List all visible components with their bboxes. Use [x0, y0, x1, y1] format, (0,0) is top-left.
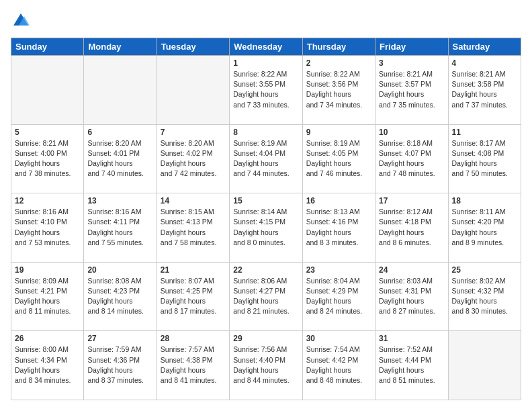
- calendar-cell: [84, 56, 157, 125]
- cell-info: Sunrise: 8:12 AM Sunset: 4:18 PM Dayligh…: [379, 207, 444, 248]
- cell-info: Sunrise: 7:56 AM Sunset: 4:40 PM Dayligh…: [233, 345, 298, 385]
- cell-info: Sunrise: 8:21 AM Sunset: 3:57 PM Dayligh…: [379, 69, 444, 110]
- cell-info: Sunrise: 8:08 AM Sunset: 4:23 PM Dayligh…: [87, 276, 152, 317]
- calendar-cell: 21 Sunrise: 8:07 AM Sunset: 4:25 PM Dayl…: [157, 262, 229, 331]
- header-row: SundayMondayTuesdayWednesdayThursdayFrid…: [11, 38, 521, 56]
- week-row-3: 19 Sunrise: 8:09 AM Sunset: 4:21 PM Dayl…: [11, 262, 521, 331]
- cell-info: Sunrise: 8:21 AM Sunset: 4:00 PM Dayligh…: [15, 138, 80, 179]
- cell-day-number: 30: [306, 334, 371, 343]
- cell-day-number: 25: [452, 265, 517, 275]
- calendar-cell: 25 Sunrise: 8:02 AM Sunset: 4:32 PM Dayl…: [448, 262, 521, 331]
- cell-info: Sunrise: 8:02 AM Sunset: 4:32 PM Dayligh…: [452, 276, 517, 317]
- cell-day-number: 16: [306, 196, 371, 205]
- cell-info: Sunrise: 8:00 AM Sunset: 4:34 PM Dayligh…: [15, 345, 80, 385]
- calendar-cell: 20 Sunrise: 8:08 AM Sunset: 4:23 PM Dayl…: [84, 262, 157, 331]
- cell-day-number: 1: [233, 58, 298, 68]
- cell-info: Sunrise: 7:52 AM Sunset: 4:44 PM Dayligh…: [379, 345, 444, 385]
- cell-info: Sunrise: 7:57 AM Sunset: 4:38 PM Dayligh…: [161, 345, 226, 385]
- calendar-cell: 22 Sunrise: 8:06 AM Sunset: 4:27 PM Dayl…: [230, 262, 302, 331]
- calendar-header: SundayMondayTuesdayWednesdayThursdayFrid…: [11, 38, 521, 56]
- day-header-sunday: Sunday: [11, 38, 84, 56]
- cell-info: Sunrise: 8:16 AM Sunset: 4:10 PM Dayligh…: [15, 207, 80, 248]
- calendar-cell: 24 Sunrise: 8:03 AM Sunset: 4:31 PM Dayl…: [375, 262, 448, 331]
- cell-day-number: 3: [379, 58, 444, 68]
- calendar-body: 1 Sunrise: 8:22 AM Sunset: 3:55 PM Dayli…: [11, 56, 521, 400]
- cell-day-number: 22: [233, 265, 298, 275]
- cell-info: Sunrise: 8:06 AM Sunset: 4:27 PM Dayligh…: [233, 276, 298, 317]
- calendar-cell: 26 Sunrise: 8:00 AM Sunset: 4:34 PM Dayl…: [11, 331, 84, 400]
- day-header-tuesday: Tuesday: [157, 38, 229, 56]
- cell-info: Sunrise: 8:07 AM Sunset: 4:25 PM Dayligh…: [161, 276, 226, 317]
- calendar-cell: 15 Sunrise: 8:14 AM Sunset: 4:15 PM Dayl…: [230, 193, 302, 263]
- calendar-cell: 1 Sunrise: 8:22 AM Sunset: 3:55 PM Dayli…: [230, 56, 302, 125]
- calendar-cell: 31 Sunrise: 7:52 AM Sunset: 4:44 PM Dayl…: [375, 331, 448, 400]
- week-row-1: 5 Sunrise: 8:21 AM Sunset: 4:00 PM Dayli…: [11, 124, 521, 193]
- calendar-cell: 2 Sunrise: 8:22 AM Sunset: 3:56 PM Dayli…: [302, 56, 375, 125]
- cell-day-number: 28: [161, 334, 226, 343]
- calendar-cell: [448, 331, 521, 400]
- cell-info: Sunrise: 8:19 AM Sunset: 4:05 PM Dayligh…: [306, 138, 371, 179]
- calendar-cell: 18 Sunrise: 8:11 AM Sunset: 4:20 PM Dayl…: [448, 193, 521, 263]
- day-header-saturday: Saturday: [448, 38, 521, 56]
- day-header-thursday: Thursday: [302, 38, 375, 56]
- cell-info: Sunrise: 7:54 AM Sunset: 4:42 PM Dayligh…: [306, 345, 371, 385]
- week-row-4: 26 Sunrise: 8:00 AM Sunset: 4:34 PM Dayl…: [11, 331, 521, 400]
- cell-day-number: 24: [379, 265, 444, 275]
- cell-info: Sunrise: 8:18 AM Sunset: 4:07 PM Dayligh…: [379, 138, 444, 179]
- cell-day-number: 6: [87, 128, 152, 137]
- cell-info: Sunrise: 8:16 AM Sunset: 4:11 PM Dayligh…: [87, 207, 152, 248]
- day-header-friday: Friday: [375, 38, 448, 56]
- calendar-cell: 17 Sunrise: 8:12 AM Sunset: 4:18 PM Dayl…: [375, 193, 448, 263]
- page: SundayMondayTuesdayWednesdayThursdayFrid…: [0, 0, 532, 411]
- calendar-cell: 8 Sunrise: 8:19 AM Sunset: 4:04 PM Dayli…: [230, 124, 302, 193]
- cell-day-number: 12: [15, 196, 80, 205]
- calendar-cell: 30 Sunrise: 7:54 AM Sunset: 4:42 PM Dayl…: [302, 331, 375, 400]
- cell-info: Sunrise: 8:20 AM Sunset: 4:02 PM Dayligh…: [161, 138, 226, 179]
- cell-day-number: 31: [379, 334, 444, 343]
- logo-icon: [11, 11, 31, 31]
- calendar-cell: [157, 56, 229, 125]
- calendar-cell: 16 Sunrise: 8:13 AM Sunset: 4:16 PM Dayl…: [302, 193, 375, 263]
- calendar-cell: 27 Sunrise: 7:59 AM Sunset: 4:36 PM Dayl…: [84, 331, 157, 400]
- calendar-cell: 5 Sunrise: 8:21 AM Sunset: 4:00 PM Dayli…: [11, 124, 84, 193]
- calendar-cell: 28 Sunrise: 7:57 AM Sunset: 4:38 PM Dayl…: [157, 331, 229, 400]
- cell-info: Sunrise: 8:21 AM Sunset: 3:58 PM Dayligh…: [452, 69, 517, 110]
- calendar-cell: [11, 56, 84, 125]
- calendar-cell: 6 Sunrise: 8:20 AM Sunset: 4:01 PM Dayli…: [84, 124, 157, 193]
- cell-day-number: 11: [452, 128, 517, 137]
- calendar-cell: 19 Sunrise: 8:09 AM Sunset: 4:21 PM Dayl…: [11, 262, 84, 331]
- logo: [11, 11, 34, 31]
- cell-day-number: 19: [15, 265, 80, 275]
- cell-day-number: 26: [15, 334, 80, 343]
- cell-day-number: 14: [161, 196, 226, 205]
- calendar-cell: 10 Sunrise: 8:18 AM Sunset: 4:07 PM Dayl…: [375, 124, 448, 193]
- cell-day-number: 5: [15, 128, 80, 137]
- cell-day-number: 4: [452, 58, 517, 68]
- calendar-table: SundayMondayTuesdayWednesdayThursdayFrid…: [11, 38, 521, 400]
- cell-day-number: 17: [379, 196, 444, 205]
- calendar-cell: 7 Sunrise: 8:20 AM Sunset: 4:02 PM Dayli…: [157, 124, 229, 193]
- calendar-cell: 3 Sunrise: 8:21 AM Sunset: 3:57 PM Dayli…: [375, 56, 448, 125]
- cell-info: Sunrise: 8:22 AM Sunset: 3:56 PM Dayligh…: [306, 69, 371, 110]
- calendar-cell: 13 Sunrise: 8:16 AM Sunset: 4:11 PM Dayl…: [84, 193, 157, 263]
- cell-day-number: 13: [87, 196, 152, 205]
- calendar-cell: 12 Sunrise: 8:16 AM Sunset: 4:10 PM Dayl…: [11, 193, 84, 263]
- cell-info: Sunrise: 8:13 AM Sunset: 4:16 PM Dayligh…: [306, 207, 371, 248]
- cell-day-number: 7: [161, 128, 226, 137]
- week-row-2: 12 Sunrise: 8:16 AM Sunset: 4:10 PM Dayl…: [11, 193, 521, 263]
- cell-day-number: 18: [452, 196, 517, 205]
- cell-info: Sunrise: 8:22 AM Sunset: 3:55 PM Dayligh…: [233, 69, 298, 110]
- cell-info: Sunrise: 8:15 AM Sunset: 4:13 PM Dayligh…: [161, 207, 226, 248]
- calendar-cell: 14 Sunrise: 8:15 AM Sunset: 4:13 PM Dayl…: [157, 193, 229, 263]
- cell-day-number: 9: [306, 128, 371, 137]
- calendar-cell: 4 Sunrise: 8:21 AM Sunset: 3:58 PM Dayli…: [448, 56, 521, 125]
- cell-info: Sunrise: 8:04 AM Sunset: 4:29 PM Dayligh…: [306, 276, 371, 317]
- cell-day-number: 8: [233, 128, 298, 137]
- cell-day-number: 10: [379, 128, 444, 137]
- calendar-cell: 9 Sunrise: 8:19 AM Sunset: 4:05 PM Dayli…: [302, 124, 375, 193]
- cell-day-number: 21: [161, 265, 226, 275]
- cell-info: Sunrise: 8:19 AM Sunset: 4:04 PM Dayligh…: [233, 138, 298, 179]
- cell-day-number: 23: [306, 265, 371, 275]
- calendar-cell: 29 Sunrise: 7:56 AM Sunset: 4:40 PM Dayl…: [230, 331, 302, 400]
- calendar-cell: 11 Sunrise: 8:17 AM Sunset: 4:08 PM Dayl…: [448, 124, 521, 193]
